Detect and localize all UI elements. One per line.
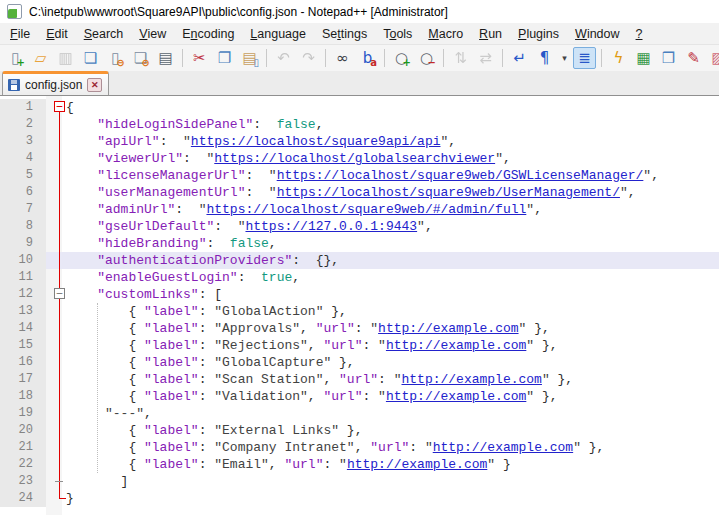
line-number: 9 — [0, 235, 46, 252]
menu-encoding[interactable]: Encoding — [174, 24, 242, 44]
code-text[interactable]: "authenticationProviders": {}, — [46, 252, 719, 269]
line-number: 24 — [0, 490, 46, 507]
save-all-button[interactable]: ❏ — [79, 47, 102, 69]
code-text[interactable]: "enableGuestLogin": true, — [46, 269, 719, 286]
code-line-4: 4 "viewerUrl": "https://localhost/global… — [0, 150, 719, 167]
code-line-24: 24} — [0, 490, 719, 507]
code-line-7: 7 "adminUrl": "https://localhost/square9… — [0, 201, 719, 218]
code-text[interactable]: "customLinks": [ — [46, 286, 719, 303]
open-file-button[interactable]: ▱ — [29, 47, 52, 69]
url-hotspot[interactable]: http://example.com — [433, 440, 573, 455]
menu-help[interactable]: ? — [628, 24, 651, 44]
copy-icon: ❐ — [218, 51, 231, 66]
code-text[interactable]: { "label": "GlobalCapture" }, — [46, 354, 719, 371]
fold-collapse-box[interactable]: − — [54, 288, 65, 299]
menu-plugins[interactable]: Plugins — [510, 24, 567, 44]
function-completion-icon: ϟ — [614, 51, 624, 66]
find-button[interactable]: ∞ — [331, 47, 354, 69]
code-text[interactable]: { "label": "GlobalAction" }, — [46, 303, 719, 320]
url-hotspot[interactable]: https://127.0.0.1:9443 — [245, 219, 417, 234]
code-editor[interactable]: 1{2 "hideLoginSidePanel": false,3 "apiUr… — [0, 96, 719, 515]
code-text[interactable]: } — [46, 490, 719, 507]
document-switcher-button[interactable]: ❒ — [657, 47, 680, 69]
url-hotspot[interactable]: http://example.com — [402, 372, 542, 387]
menubar: FileEditSearchViewEncodingLanguageSettin… — [0, 23, 719, 45]
word-wrap-icon: ↵ — [513, 51, 526, 66]
url-hotspot[interactable]: https://localhost/square9web/#/admin/ful… — [206, 202, 526, 217]
menu-file[interactable]: File — [2, 24, 38, 44]
code-text[interactable]: "adminUrl": "https://localhost/square9we… — [46, 201, 719, 218]
title-bar[interactable]: C:\inetpub\wwwroot\Square9API\public\con… — [0, 0, 719, 23]
code-text[interactable]: "viewerUrl": "https://localhost/globalse… — [46, 150, 719, 167]
menu-edit[interactable]: Edit — [38, 24, 76, 44]
tab-config-json[interactable]: config.json ✕ — [2, 71, 109, 95]
line-number: 17 — [0, 371, 46, 388]
macro-edit-button[interactable]: ✎ — [682, 47, 705, 69]
code-text[interactable]: { "label": "External Links" }, — [46, 422, 719, 439]
zoom-out-button[interactable]: ○− — [415, 47, 438, 69]
code-text[interactable]: "userManagementUrl": "https://localhost/… — [46, 184, 719, 201]
sync-scroll-vertical-button: ⇅ — [449, 47, 472, 69]
code-text[interactable]: "licenseManagerUrl": "https://localhost/… — [46, 167, 719, 184]
copy-button[interactable]: ❐ — [213, 47, 236, 69]
code-text[interactable]: "hideLoginSidePanel": false, — [46, 116, 719, 133]
menu-language[interactable]: Language — [242, 24, 314, 44]
line-number: 1 — [0, 99, 46, 116]
show-indent-guide-button[interactable]: ≣ — [573, 47, 596, 69]
zoom-in-button[interactable]: ○+ — [390, 47, 413, 69]
menu-macro[interactable]: Macro — [420, 24, 471, 44]
toolbar: ▯+▱▥❏▯⊖❏⊖▤✂❐▤▯↶↷∞ba○+○−⇅⇄↵¶▾≣ϟ▦❒✎▨◉● — [0, 45, 719, 71]
show-symbol-dropdown-button[interactable]: ▾ — [558, 47, 571, 69]
toolbar-separator — [182, 49, 183, 67]
show-all-characters-button[interactable]: ¶ — [533, 47, 556, 69]
code-text[interactable]: { "label": "Scan Station", "url": "http:… — [46, 371, 719, 388]
url-hotspot[interactable]: http://example.com — [386, 389, 526, 404]
save-icon: ▥ — [58, 51, 72, 66]
code-text[interactable]: "---", — [46, 405, 719, 422]
code-line-16: 16 { "label": "GlobalCapture" }, — [0, 354, 719, 371]
line-number: 2 — [0, 116, 46, 133]
menu-run[interactable]: Run — [471, 24, 510, 44]
menu-settings[interactable]: Settings — [314, 24, 375, 44]
show-symbol-dropdown-icon: ▾ — [562, 54, 567, 63]
close-all-documents-button[interactable]: ❏⊖ — [129, 47, 152, 69]
menu-tools[interactable]: Tools — [375, 24, 420, 44]
code-text[interactable]: { "label": "Approvals", "url": "http://e… — [46, 320, 719, 337]
url-hotspot[interactable]: http://example.com — [378, 321, 518, 336]
document-map-button[interactable]: ▦ — [632, 47, 655, 69]
menu-search[interactable]: Search — [76, 24, 132, 44]
cut-button[interactable]: ✂ — [188, 47, 211, 69]
sync-scroll-horizontal-button: ⇄ — [474, 47, 497, 69]
url-hotspot[interactable]: http://example.com — [347, 457, 487, 472]
function-completion-button[interactable]: ϟ — [607, 47, 630, 69]
print-button[interactable]: ▤ — [154, 47, 177, 69]
paste-badge-icon: ▯ — [253, 58, 259, 68]
fold-collapse-box[interactable]: − — [54, 101, 65, 112]
code-text[interactable]: "apiUrl": "https://localhost/square9api/… — [46, 133, 719, 150]
url-hotspot[interactable]: https://localhost/square9web/UserManagem… — [277, 185, 620, 200]
url-hotspot[interactable]: https://localhost/globalsearchviewer — [214, 151, 495, 166]
code-text[interactable]: { "label": "Company Intranet", "url": "h… — [46, 439, 719, 456]
word-wrap-button[interactable]: ↵ — [508, 47, 531, 69]
url-hotspot[interactable]: https://localhost/square9web/GSWLicenseM… — [277, 168, 644, 183]
url-hotspot[interactable]: http://example.com — [386, 338, 526, 353]
code-text[interactable]: { "label": "Validation", "url": "http://… — [46, 388, 719, 405]
url-hotspot[interactable]: https://localhost/square9api/api — [191, 134, 441, 149]
code-text[interactable]: "hideBranding": false, — [46, 235, 719, 252]
tab-close-icon[interactable]: ✕ — [87, 78, 102, 92]
code-text[interactable]: "gseUrlDefault": "https://127.0.0.1:9443… — [46, 218, 719, 235]
close-document-button[interactable]: ▯⊖ — [104, 47, 127, 69]
code-line-12: 12 "customLinks": [ — [0, 286, 719, 303]
save-all-icon: ❏ — [84, 51, 97, 66]
code-text[interactable]: { "label": "Email", "url": "http://examp… — [46, 456, 719, 473]
project-folder-button[interactable]: ▨ — [707, 47, 719, 69]
new-file-button[interactable]: ▯+ — [4, 47, 27, 69]
code-text[interactable]: { "label": "Rejections", "url": "http://… — [46, 337, 719, 354]
replace-button[interactable]: ba — [356, 47, 379, 69]
code-text[interactable]: ] — [46, 473, 719, 490]
line-number: 5 — [0, 167, 46, 184]
menu-view[interactable]: View — [131, 24, 174, 44]
code-text[interactable]: { — [46, 99, 719, 116]
paste-button[interactable]: ▤▯ — [238, 47, 261, 69]
menu-window[interactable]: Window — [567, 24, 627, 44]
